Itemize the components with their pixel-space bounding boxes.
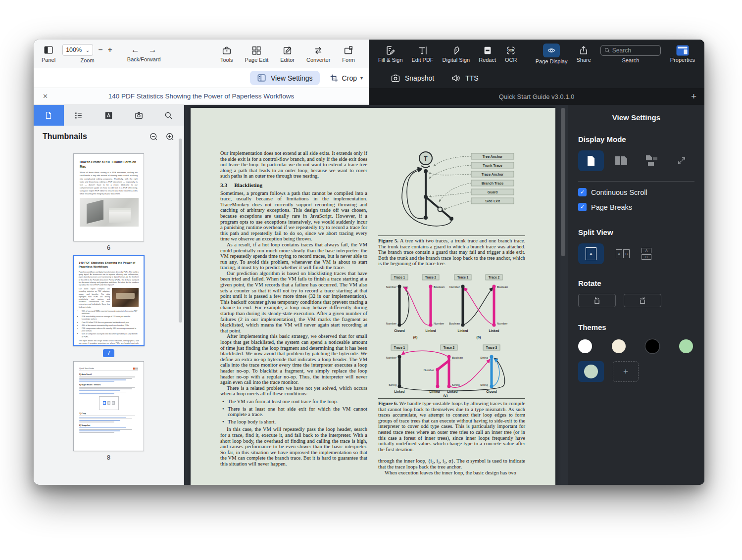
page-breaks-checkbox[interactable]: ✓ — [578, 203, 587, 211]
tab-inactive[interactable]: Quick Start Guide v3.0.1.0 + — [369, 88, 704, 105]
theme-row-2: + — [578, 361, 694, 382]
zoom-label: Zoom — [80, 57, 94, 63]
page-breaks-row[interactable]: ✓ Page Breaks — [578, 203, 694, 211]
digital-sign-button[interactable]: Digital Sign — [443, 45, 470, 63]
tools-label: Tools — [220, 57, 233, 63]
zoom-dropdown[interactable]: 100% ⌄ — [62, 44, 93, 56]
display-mode-continuous-two-page[interactable] — [639, 150, 664, 171]
share-button[interactable]: Share — [577, 45, 591, 63]
display-mode-options — [578, 150, 694, 171]
themes-heading: Themes — [578, 323, 694, 331]
thumbnail-zoom-in-icon[interactable] — [165, 132, 175, 141]
tab-active[interactable]: ✕ 140 PDF Statistics Showing the Power o… — [34, 88, 369, 105]
page-display-button[interactable]: Page Display — [536, 44, 568, 64]
thumb6-photo — [80, 198, 139, 227]
svg-text:Number: Number — [386, 322, 396, 325]
close-tab-icon[interactable]: ✕ — [43, 93, 48, 100]
thumb7-bullet: PDF searchability saves an average of 2.… — [82, 316, 139, 321]
sidebar-tab-annotations[interactable] — [94, 105, 124, 126]
theme-cream-swatch[interactable] — [612, 339, 626, 353]
add-theme-button[interactable]: + — [613, 361, 639, 382]
svg-text:(c): (c) — [444, 394, 448, 397]
svg-text:Boolean: Boolean — [497, 285, 508, 288]
sidebar-tab-thumbnails[interactable] — [34, 105, 64, 126]
sidebar-tab-outline[interactable] — [64, 105, 94, 126]
theme-sage-swatch-selected[interactable] — [578, 361, 604, 382]
view-settings-button[interactable]: View Settings — [250, 71, 320, 85]
converter-icon — [313, 45, 324, 56]
zoom-out-button[interactable]: − — [98, 46, 102, 54]
theme-black-swatch[interactable] — [645, 339, 659, 353]
snapshot-button[interactable]: Snapshot — [391, 73, 434, 83]
split-view-vertical[interactable]: A B — [642, 248, 651, 260]
back-icon[interactable]: ← — [131, 45, 140, 55]
rotate-heading: Rotate — [578, 279, 694, 287]
paper-bullet: The VM can form at least one root trace … — [222, 399, 367, 405]
split-cell-a: A — [642, 248, 651, 253]
document-view: Our implementation does not extend at al… — [184, 105, 568, 485]
theme-sage-circle — [584, 365, 598, 378]
edit-pdf-button[interactable]: Edit PDF — [412, 45, 434, 63]
thumb7-bullet: 43% of documents transmitted by email ar… — [82, 325, 139, 327]
sidebar-tabstrip — [34, 105, 184, 126]
redact-button[interactable]: Redact — [479, 45, 496, 63]
crop-button[interactable]: Crop ▾ — [330, 74, 363, 83]
tts-button[interactable]: TTS — [451, 73, 478, 83]
search-icon — [164, 111, 173, 120]
ocr-label: OCR — [505, 57, 517, 63]
svg-text:String: String — [480, 383, 488, 386]
converter-button[interactable]: Converter — [306, 45, 330, 63]
sidebar-tab-snapshots[interactable] — [124, 105, 154, 126]
page-icon — [44, 111, 53, 120]
theme-green-swatch[interactable] — [679, 339, 693, 353]
view-settings-panel: View Settings Display Mode — [568, 105, 704, 485]
chevron-down-icon: ⌄ — [86, 47, 90, 53]
form-button[interactable]: Form — [342, 45, 355, 63]
thumbnail-page-8[interactable]: Quick Start Guide 5) Auto Scroll 6) Nigh… — [73, 361, 144, 451]
eye-icon — [546, 46, 556, 55]
pdf-page[interactable]: Our implementation does not extend at al… — [191, 108, 555, 485]
editor-button[interactable]: Editor — [280, 45, 295, 63]
fill-sign-button[interactable]: Fill & Sign — [378, 45, 403, 63]
continuous-scroll-checkbox[interactable]: ✓ — [578, 188, 587, 196]
search-input[interactable] — [612, 47, 655, 54]
svg-text:Linked: Linked — [447, 390, 458, 393]
svg-text:Trunk Trace: Trunk Trace — [483, 164, 502, 167]
camera-icon — [134, 111, 144, 120]
display-mode-single-page[interactable] — [578, 150, 604, 171]
rotate-left-button[interactable] — [578, 294, 616, 307]
search-field[interactable] — [600, 45, 661, 56]
split-view-horizontal[interactable]: A B — [616, 249, 630, 258]
paper-right-column: T — [378, 150, 525, 475]
svg-text:Trace 2: Trace 2 — [425, 276, 437, 279]
thumbnails-header: Thumbnails — [34, 126, 184, 147]
forward-icon[interactable]: → — [148, 45, 157, 55]
sidebar-tab-search[interactable] — [153, 105, 184, 126]
thumbnail-page-7-selected[interactable]: 140 PDF Statistics Showing the Power of … — [73, 255, 145, 346]
display-mode-two-page[interactable] — [608, 150, 634, 171]
add-tab-icon[interactable]: + — [691, 91, 696, 102]
page-edit-button[interactable]: Page Edit — [245, 45, 269, 63]
figure5-caption-label: Figure 5. — [378, 238, 398, 243]
thumbnail-zoom-out-icon[interactable] — [149, 132, 158, 141]
figure5-labels: Tree Anchor Trunk Trace Trace Anchor Bra… — [471, 153, 514, 204]
rotate-right-button[interactable] — [624, 294, 661, 307]
panel-button[interactable]: Panel — [42, 45, 55, 63]
sidebar-scrollbar[interactable] — [179, 139, 182, 323]
svg-text:String: String — [452, 383, 460, 386]
zoom-in-button[interactable]: + — [107, 46, 112, 54]
thumbnail-page-6[interactable]: How to Create a PDF Fillable Form on Mac… — [73, 153, 144, 241]
tools-button[interactable]: Tools — [220, 45, 233, 63]
continuous-scroll-row[interactable]: ✓ Continuous Scroll — [578, 188, 694, 196]
document-scrollbar[interactable] — [561, 108, 565, 256]
rotate-right-icon — [638, 296, 647, 305]
thumb7-bullet: Over 50 billion PDF files are generated … — [82, 322, 139, 324]
thumb6-title: How to Create a PDF Fillable Form on Mac — [80, 160, 138, 169]
split-view-none[interactable]: A — [578, 243, 604, 264]
properties-button[interactable]: Properties — [670, 45, 695, 63]
figure6-caption-label: Figure 6. — [378, 401, 398, 406]
ocr-button[interactable]: OCR OCR — [505, 45, 517, 63]
crop-label: Crop — [342, 74, 357, 82]
display-mode-full-screen[interactable] — [669, 150, 694, 171]
theme-white-swatch[interactable] — [578, 339, 592, 353]
